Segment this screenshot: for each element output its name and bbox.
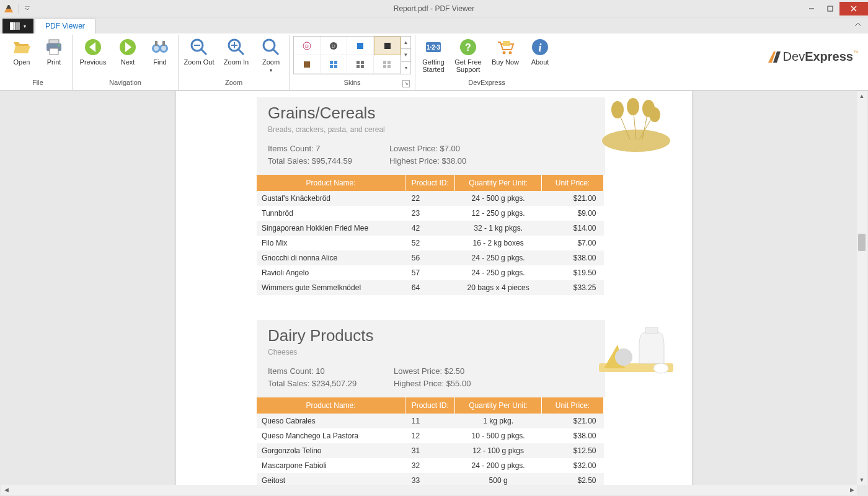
ribbon-collapse-button[interactable] [854,21,862,30]
skins-gallery[interactable]: D D ▲ ▼ ▾ [293,36,411,74]
svg-rect-74 [645,327,658,334]
qat-separator [19,4,19,14]
svg-rect-7 [14,22,16,25]
horizontal-scrollbar[interactable]: ◀ ▶ [1,485,857,495]
skin-swatch[interactable]: D [321,37,347,55]
skin-swatch[interactable] [321,55,347,74]
report-section: Grains/CerealsBreads, crackers, pasta, a… [176,91,692,295]
svg-rect-39 [384,43,391,49]
pdf-viewer-tab[interactable]: PDF Viewer [35,19,95,33]
window-title: Report.pdf - PDF Viewer [394,4,475,13]
document-viewport: Grains/CerealsBreads, crackers, pasta, a… [1,91,867,485]
svg-rect-46 [361,61,364,64]
buy-now-button[interactable]: Buy Now [489,36,522,67]
get-free-support-button[interactable]: ? Get Free Support [451,36,485,74]
skin-swatch[interactable] [347,37,374,55]
devexpress-logo: DevExpress™ [768,50,858,64]
svg-rect-48 [361,65,364,68]
maximize-button[interactable] [821,2,839,16]
ribbon-group-zoom: Zoom Out Zoom In Zoom▾ Zoom [179,35,290,90]
support-icon: ? [458,37,478,57]
svg-point-24 [161,46,166,51]
svg-rect-45 [356,61,360,64]
titlebar: Report.pdf - PDF Viewer [0,0,868,17]
print-button[interactable]: Print [40,36,68,67]
svg-rect-40 [304,61,310,68]
svg-rect-42 [334,61,337,64]
section-subtitle: Breads, crackers, pasta, and cereal [268,125,594,134]
zoom-out-button[interactable]: Zoom Out [182,36,216,67]
printer-icon [44,37,64,57]
file-tab[interactable]: ▾ [2,19,33,33]
table-row: Filo Mix5216 - 2 kg boxes$7.00 [257,236,604,250]
skin-swatch[interactable] [347,55,374,74]
about-button[interactable]: i About [526,36,554,67]
zoom-in-button[interactable]: Zoom In [219,36,253,67]
section-header: Dairy ProductsCheesesItems Count: 10Tota… [257,320,605,397]
minimize-button[interactable] [802,2,821,16]
info-icon: i [530,37,550,57]
svg-rect-21 [155,41,157,46]
table-row: Singaporean Hokkien Fried Mee4232 - 1 kg… [257,221,604,236]
binoculars-icon [150,37,170,57]
svg-point-76 [653,363,668,373]
scroll-down-arrow[interactable]: ▼ [857,475,867,485]
svg-point-69 [611,101,624,118]
table-row: Wimmers gute Semmelknödel6420 bags x 4 p… [257,280,604,295]
next-button[interactable]: Next [113,36,142,67]
ribbon-group-devexpress: 1·2·3 Getting Started ? Get Free Support… [415,35,558,90]
previous-button[interactable]: Previous [76,36,110,67]
skin-swatch[interactable]: D [294,37,321,55]
gallery-scroll-up[interactable]: ▲ [401,37,410,49]
scroll-left-arrow[interactable]: ◀ [1,485,11,495]
category-image [587,320,686,379]
chevron-down-icon: ▾ [270,68,272,73]
zoom-in-icon [226,37,246,57]
scroll-up-arrow[interactable]: ▲ [857,91,867,101]
total-sales: Total Sales: $234,507.29 [268,378,356,390]
svg-rect-8 [14,25,16,27]
gallery-expand[interactable]: ▾ [401,62,410,74]
svg-text:D: D [305,43,309,49]
svg-line-26 [202,50,206,55]
svg-rect-9 [14,27,16,30]
scroll-thumb[interactable] [858,234,866,251]
dialog-launcher-icon[interactable]: ↘ [402,80,410,87]
skin-swatch-selected[interactable] [374,37,401,55]
gallery-scroll-down[interactable]: ▼ [401,49,410,61]
ribbon-tabstrip: ▾ PDF Viewer [0,17,868,33]
svg-rect-51 [383,65,386,68]
svg-point-57 [503,51,506,55]
report-section: Dairy ProductsCheesesItems Count: 10Tota… [176,314,692,485]
qat-dropdown[interactable] [24,6,30,12]
vertical-scrollbar[interactable]: ▲ ▼ [857,91,867,485]
skin-swatch[interactable] [294,55,321,74]
svg-point-64 [602,130,670,152]
scroll-right-arrow[interactable]: ▶ [847,485,857,495]
zoom-dropdown-button[interactable]: Zoom▾ [257,36,285,76]
table-row: Gnocchi di nonna Alice5624 - 250 g pkgs.… [257,250,604,265]
table-row: Mascarpone Fabioli3224 - 200 g pkgs.$32.… [257,458,604,473]
skin-swatch[interactable] [374,55,401,74]
group-label-navigation: Navigation [76,78,174,89]
getting-started-button[interactable]: 1·2·3 Getting Started [419,36,448,74]
table-row: Queso Cabrales111 kg pkg.$21.00 [257,414,604,428]
svg-rect-22 [162,41,165,46]
find-button[interactable]: Find [146,36,174,67]
group-label-devexpress: DevExpress [419,78,554,89]
section-header: Grains/CerealsBreads, crackers, pasta, a… [257,97,605,175]
section-title: Dairy Products [268,326,594,345]
svg-text:D: D [332,43,335,49]
table-row: Tunnbröd2312 - 250 g pkgs.$9.00 [257,206,604,221]
svg-rect-12 [16,27,20,30]
svg-text:?: ? [465,42,471,53]
svg-line-33 [273,50,278,55]
open-button[interactable]: Open [7,36,36,67]
close-button[interactable] [839,2,868,16]
svg-point-70 [627,98,639,115]
folder-open-icon [12,37,32,57]
arrow-right-icon [118,37,138,57]
svg-rect-38 [357,43,363,49]
svg-rect-43 [330,65,333,68]
lowest-price: Lowest Price: $2.50 [394,365,471,378]
